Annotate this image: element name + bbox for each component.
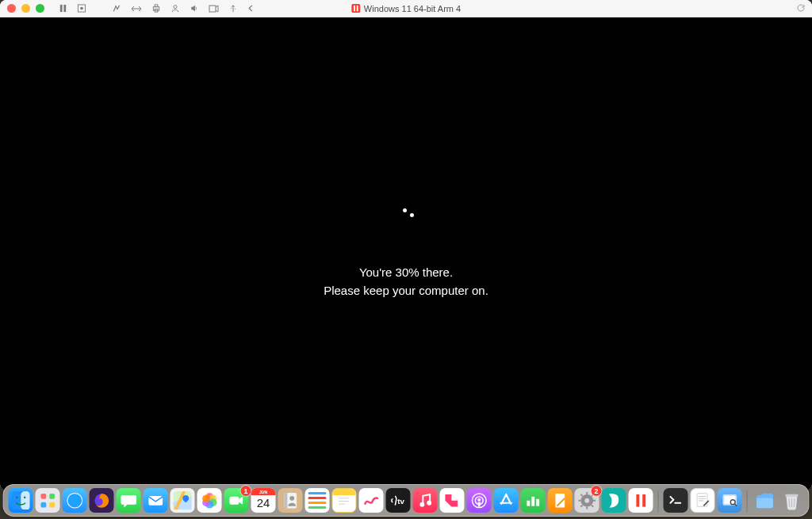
svg-rect-1 [63,5,66,12]
close-window-button[interactable] [7,4,16,13]
vm-guest-screen: You're 30% there. Please keep your compu… [0,17,812,490]
svg-line-56 [592,505,593,506]
printer-icon[interactable] [151,4,161,13]
dock-downloads[interactable] [753,488,777,513]
svg-rect-23 [148,496,163,506]
svg-rect-69 [756,498,773,508]
vm-toolbar-icons [59,4,254,13]
loading-spinner-icon [395,208,417,231]
dock-preview[interactable] [718,488,742,513]
resolution-icon[interactable] [131,5,142,13]
calendar-month: JUN [251,488,276,495]
svg-line-71 [789,498,790,506]
svg-rect-45 [527,500,530,506]
svg-point-7 [174,6,177,9]
svg-rect-17 [49,494,55,499]
svg-rect-18 [40,502,46,507]
dock-calendar[interactable]: JUN 24 [251,488,276,513]
dock-terminal[interactable] [664,488,688,513]
dock-notes[interactable] [332,488,357,513]
svg-rect-32 [229,497,239,505]
svg-point-50 [584,498,589,503]
dock-separator-2 [747,490,748,513]
svg-rect-5 [155,5,158,7]
update-progress-line1: You're 30% there. [324,264,488,282]
dock-tv[interactable]: tv [386,488,411,513]
svg-point-35 [289,496,294,501]
window-title-text: Windows 11 64-bit Arm 4 [364,4,461,13]
dock-trash[interactable] [779,488,804,513]
dock-reminders[interactable] [305,488,330,513]
dock-messages[interactable] [117,488,141,513]
dock-numbers[interactable] [521,488,546,513]
dock-podcasts[interactable] [467,488,492,513]
dock-contacts[interactable] [278,488,303,513]
dock-music[interactable] [413,488,438,513]
settings-badge: 2 [592,486,602,496]
minimize-window-button[interactable] [21,4,30,13]
svg-point-41 [427,500,431,505]
svg-line-55 [580,494,582,496]
svg-rect-16 [40,494,46,499]
dock-parallels[interactable] [629,488,653,513]
svg-rect-10 [354,6,355,11]
update-progress-line2: Please keep your computer on. [324,282,488,300]
window-title: Windows 11 64-bit Arm 4 [351,4,461,13]
dock-safari[interactable] [63,488,87,513]
svg-point-31 [202,494,210,502]
window-controls [7,4,44,13]
dock-news[interactable] [440,488,465,513]
svg-line-57 [580,505,582,506]
svg-rect-11 [357,6,358,11]
svg-rect-9 [351,4,360,13]
svg-rect-0 [60,5,63,12]
svg-rect-60 [642,494,645,507]
dock-maps[interactable] [170,488,195,513]
dock-facetime[interactable]: 1 [224,488,249,513]
dock-surfshark[interactable] [602,488,626,513]
svg-line-73 [794,498,795,506]
svg-rect-59 [636,494,639,507]
dock-firefox[interactable] [90,488,114,513]
dock-mail[interactable] [144,488,168,513]
dock-settings[interactable]: 2 [575,488,599,513]
svg-rect-46 [531,497,534,506]
parallels-badge-icon [351,4,361,13]
dock-freeform[interactable] [359,488,384,513]
dock-photos[interactable] [197,488,222,513]
svg-point-15 [24,496,26,498]
update-progress-text: You're 30% there. Please keep your compu… [324,264,488,300]
snapshot-icon[interactable] [77,4,86,13]
svg-point-3 [80,7,83,10]
dock: 1 JUN 24 tv [3,484,810,517]
svg-rect-8 [209,6,216,12]
svg-point-40 [419,502,424,506]
svg-point-21 [67,494,82,508]
svg-point-44 [477,498,481,502]
svg-rect-70 [785,494,798,496]
facetime-badge: 1 [241,486,251,496]
svg-rect-19 [49,502,55,507]
chevron-left-icon[interactable] [247,4,254,13]
window-titlebar: Windows 11 64-bit Arm 4 [0,0,812,17]
zoom-window-button[interactable] [36,4,44,13]
svg-text:tv: tv [397,496,404,505]
shared-folder-icon[interactable] [170,4,180,13]
dock-pages[interactable] [548,488,573,513]
dock-launchpad[interactable] [36,488,60,513]
sound-icon[interactable] [190,4,199,13]
dock-textedit[interactable] [691,488,715,513]
virtual-machine-window: Windows 11 64-bit Arm 4 You're 30% there… [0,0,812,490]
svg-point-14 [16,496,18,498]
svg-rect-47 [536,499,539,506]
calendar-day: 24 [251,496,276,509]
dock-finder[interactable] [9,488,33,513]
actions-icon[interactable] [112,4,121,13]
pause-vm-icon[interactable] [59,4,67,13]
camera-icon[interactable] [209,5,219,13]
usb-icon[interactable] [228,4,238,13]
svg-rect-13 [21,491,30,510]
dock-appstore[interactable] [494,488,519,513]
svg-rect-34 [284,493,287,509]
refresh-icon[interactable] [796,3,806,14]
